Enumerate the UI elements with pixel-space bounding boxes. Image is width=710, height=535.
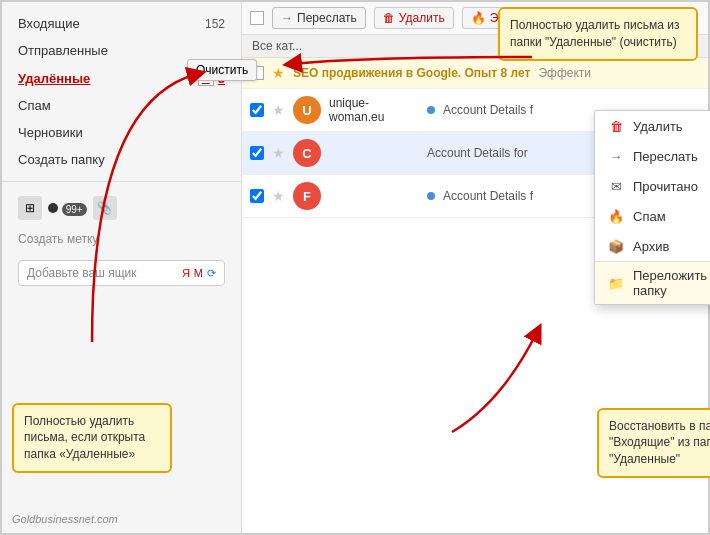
footer-text: Goldbusinessnet.com xyxy=(12,513,118,525)
dot-badge xyxy=(48,203,58,213)
create-label-text[interactable]: Создать метку xyxy=(2,226,241,252)
tooltip-left: Полностью удалить письма, если открыта п… xyxy=(12,403,172,473)
ctx-read[interactable]: ✉ Прочитано xyxy=(595,171,710,201)
tooltip-bottom-mid: Восстановить в папку "Входящие" из папки… xyxy=(597,408,710,478)
main-container: Входящие 152 Отправленные Удалённые ✓ 3 … xyxy=(0,0,710,535)
forward-button[interactable]: → Переслать xyxy=(272,7,366,29)
tooltip-bottom-mid-text: Восстановить в папку "Входящие" из папки… xyxy=(609,419,710,467)
ctx-spam[interactable]: 🔥 Спам xyxy=(595,201,710,231)
sidebar-icon-btn-2[interactable]: 📎 xyxy=(93,196,117,220)
forward-arrow-icon: → xyxy=(281,11,293,25)
forward-icon: → xyxy=(607,147,625,165)
toolbar-checkbox[interactable] xyxy=(250,11,264,25)
sidebar-label-deleted: Удалённые xyxy=(18,71,90,86)
trash-icon: 🗑 xyxy=(607,117,625,135)
unread-dot-0 xyxy=(427,106,435,114)
seo-suffix: Эффекти xyxy=(538,66,591,80)
add-mailbox-input[interactable]: Добавьте ваш ящик Я M ⟳ xyxy=(18,260,225,286)
add-box-icons: Я M ⟳ xyxy=(182,267,216,280)
archive-icon: 📦 xyxy=(607,237,625,255)
star-icon-seo[interactable]: ★ xyxy=(272,65,285,81)
sidebar-divider xyxy=(2,181,241,182)
avatar-0: U xyxy=(293,96,321,124)
ctx-archive[interactable]: 📦 Архив xyxy=(595,231,710,261)
context-menu: 🗑 Удалить → Переслать ✉ Прочитано 🔥 Спам… xyxy=(594,110,710,305)
sidebar-item-inbox[interactable]: Входящие 152 xyxy=(2,10,241,37)
sidebar-item-create-folder[interactable]: Создать папку xyxy=(2,146,241,173)
dot-separator: 99+ xyxy=(48,201,87,216)
sidebar-label-spam: Спам xyxy=(18,98,51,113)
email-checkbox-1[interactable] xyxy=(250,146,264,160)
add-box-text: Добавьте ваш ящик xyxy=(27,266,136,280)
email-row-seo[interactable]: ★ SEO продвижения в Google. Опыт 8 лет Э… xyxy=(242,58,708,89)
ctx-archive-label: Архив xyxy=(633,239,669,254)
gmail-icon: M xyxy=(194,267,203,280)
yandex-icon: Я xyxy=(182,267,190,280)
sidebar-icons-row: ⊞ 99+ 📎 xyxy=(2,190,241,226)
star-empty-2[interactable]: ★ xyxy=(272,188,285,204)
email-checkbox-0[interactable] xyxy=(250,103,264,117)
sidebar-label-sent: Отправленные xyxy=(18,43,108,58)
delete-label: Удалить xyxy=(399,11,445,25)
sidebar-label-create-folder: Создать папку xyxy=(18,152,105,167)
tooltip-top-right-text: Полностью удалить письма из папки "Удале… xyxy=(510,18,679,49)
mail-refresh-icon: ⟳ xyxy=(207,267,216,280)
right-panel: → Переслать 🗑 Удалить 🔥 Это спам! 📄 Про … xyxy=(242,2,708,533)
ctx-read-label: Прочитано xyxy=(633,179,698,194)
ctx-forward[interactable]: → Переслать xyxy=(595,141,710,171)
inbox-count: 152 xyxy=(205,17,225,31)
badge-count: 99+ xyxy=(62,203,87,216)
delete-button[interactable]: 🗑 Удалить xyxy=(374,7,454,29)
forward-label: Переслать xyxy=(297,11,357,25)
sidebar-icon-btn-1[interactable]: ⊞ xyxy=(18,196,42,220)
star-empty-0[interactable]: ★ xyxy=(272,102,285,118)
star-empty-1[interactable]: ★ xyxy=(272,145,285,161)
ctx-delete-label: Удалить xyxy=(633,119,683,134)
seo-text: SEO продвижения в Google. Опыт 8 лет xyxy=(293,66,530,80)
email-checkbox-2[interactable] xyxy=(250,189,264,203)
tooltip-top-right: Полностью удалить письма из папки "Удале… xyxy=(498,7,698,61)
ctx-spam-label: Спам xyxy=(633,209,666,224)
sidebar-item-drafts[interactable]: Черновики xyxy=(2,119,241,146)
avatar-1: C xyxy=(293,139,321,167)
sidebar: Входящие 152 Отправленные Удалённые ✓ 3 … xyxy=(2,2,242,533)
ctx-move-label: Переложить в папку xyxy=(633,268,710,298)
sidebar-label-drafts: Черновики xyxy=(18,125,83,140)
unread-dot-2 xyxy=(427,192,435,200)
category-text: Все кат... xyxy=(252,39,302,53)
tooltip-left-text: Полностью удалить письма, если открыта п… xyxy=(24,414,145,462)
fire-icon: 🔥 xyxy=(471,11,486,25)
folder-icon: 📁 xyxy=(607,274,625,292)
avatar-2: F xyxy=(293,182,321,210)
sidebar-item-spam[interactable]: Спам xyxy=(2,92,241,119)
ctx-move[interactable]: 📁 Переложить в папку ▶ xyxy=(595,262,710,304)
sidebar-label-inbox: Входящие xyxy=(18,16,80,31)
ctx-forward-label: Переслать xyxy=(633,149,698,164)
delete-icon: 🗑 xyxy=(383,11,395,25)
clean-button[interactable]: Очистить xyxy=(187,59,257,81)
envelope-open-icon: ✉ xyxy=(607,177,625,195)
sender-0: unique-woman.eu xyxy=(329,96,419,124)
fire-icon-ctx: 🔥 xyxy=(607,207,625,225)
ctx-delete[interactable]: 🗑 Удалить xyxy=(595,111,710,141)
